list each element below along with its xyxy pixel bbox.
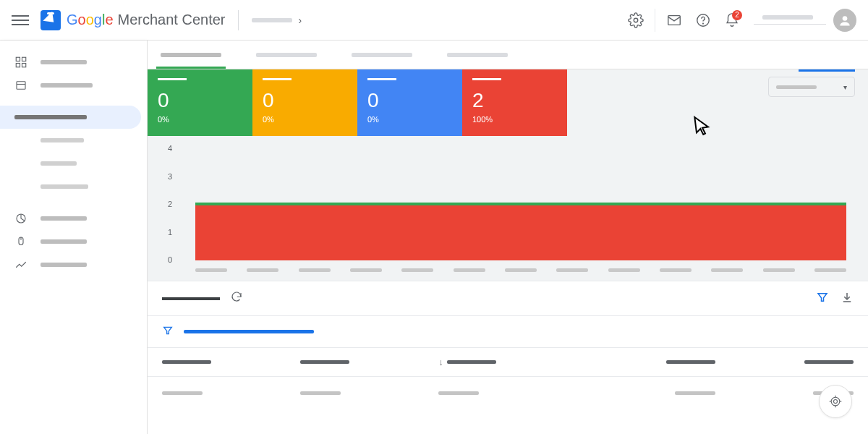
refresh-icon[interactable]	[230, 291, 243, 306]
arrow-down-icon: ↓	[438, 357, 443, 367]
svg-rect-1	[668, 15, 681, 25]
status-panel: 0 0% 0 0% 0 0% 2 100%	[148, 69, 868, 281]
sidebar-item-growth[interactable]	[0, 207, 147, 230]
filter-chip-row	[148, 316, 868, 348]
divider	[655, 9, 655, 32]
sidebar-subitem[interactable]	[0, 152, 147, 175]
sidebar-item-performance[interactable]	[0, 253, 147, 276]
sidebar-item-label	[14, 115, 87, 119]
tab-item[interactable]	[352, 41, 412, 69]
tile-count: 0	[263, 90, 347, 111]
cursor-icon	[691, 114, 714, 137]
table-column[interactable]	[577, 360, 715, 364]
google-logo: Google	[67, 12, 114, 28]
app-header: Google Merchant Center › 2	[0, 0, 868, 41]
main-content: 0 0% 0 0% 0 0% 2 100%	[148, 41, 868, 434]
svg-rect-5	[16, 57, 20, 61]
list-icon	[14, 79, 27, 92]
svg-rect-9	[17, 82, 25, 90]
feedback-fab[interactable]	[819, 385, 852, 418]
tile-disapproved[interactable]: 2 100%	[462, 69, 567, 136]
table-cell	[300, 391, 438, 395]
sidebar-item-label	[41, 239, 87, 244]
tab-item[interactable]	[447, 41, 508, 69]
svg-rect-6	[22, 57, 26, 61]
table-row[interactable]	[148, 377, 868, 409]
sidebar-item-overview[interactable]	[0, 51, 147, 74]
sidebar-item-label	[41, 83, 93, 88]
svg-point-4	[843, 16, 848, 21]
chevron-down-icon: ▾	[843, 83, 847, 91]
issues-toolbar	[148, 281, 868, 316]
trend-icon	[14, 258, 27, 271]
table-cell	[577, 391, 715, 395]
sidebar-item-diagnostics[interactable]	[0, 106, 141, 129]
tile-count: 2	[472, 90, 557, 111]
svg-marker-16	[164, 327, 172, 333]
table-column[interactable]	[715, 360, 854, 364]
issues-table-header: ↓	[148, 348, 868, 377]
tile-percent: 0%	[367, 115, 452, 124]
sidebar-item-products[interactable]	[0, 74, 147, 97]
svg-marker-14	[818, 294, 827, 302]
notifications-icon[interactable]: 2	[718, 6, 746, 35]
table-column-sorted[interactable]: ↓	[438, 357, 576, 367]
divider	[238, 10, 239, 30]
tab-item[interactable]	[161, 41, 221, 69]
status-tiles: 0 0% 0 0% 0 0% 2 100%	[148, 69, 868, 136]
sidebar-item-label	[41, 263, 87, 267]
mouse-icon	[14, 235, 27, 248]
filter-icon[interactable]	[162, 325, 174, 339]
notification-badge: 2	[732, 10, 742, 20]
tile-percent: 100%	[472, 115, 557, 124]
tile-active[interactable]: 0 0%	[148, 69, 252, 136]
mail-icon[interactable]	[660, 6, 689, 35]
table-column[interactable]	[300, 360, 438, 364]
svg-rect-7	[16, 64, 20, 67]
tile-expiring[interactable]: 0 0%	[357, 69, 462, 136]
avatar[interactable]	[833, 9, 856, 32]
filter-chip[interactable]	[184, 330, 314, 333]
help-icon[interactable]	[689, 6, 718, 35]
sidebar-item-label	[41, 60, 87, 64]
tile-pending[interactable]: 0 0%	[252, 69, 357, 136]
breadcrumb[interactable]: ›	[252, 14, 302, 26]
sidebar	[0, 41, 148, 434]
sidebar-subitem[interactable]	[0, 175, 147, 198]
svg-point-17	[831, 397, 840, 406]
settings-icon[interactable]	[621, 6, 650, 35]
table-cell	[162, 391, 300, 395]
tile-count: 0	[367, 90, 452, 111]
sidebar-item-label	[41, 216, 87, 221]
svg-rect-8	[22, 64, 26, 67]
accent-line	[799, 69, 855, 72]
trend-chart: 01234	[148, 136, 868, 281]
svg-point-18	[834, 400, 838, 404]
tile-percent: 0%	[158, 115, 242, 124]
sidebar-item-label	[41, 161, 77, 166]
svg-point-0	[634, 18, 638, 22]
merchant-center-logo-icon	[41, 10, 61, 30]
filter-icon[interactable]	[816, 291, 829, 306]
tile-percent: 0%	[263, 115, 347, 124]
tabs	[148, 41, 868, 69]
tile-count: 0	[158, 90, 242, 111]
tab-item[interactable]	[256, 41, 317, 69]
sidebar-item-label	[41, 138, 84, 142]
table-column[interactable]	[162, 360, 300, 364]
table-cell	[438, 391, 576, 395]
menu-icon[interactable]	[12, 12, 29, 29]
download-icon[interactable]	[841, 291, 854, 306]
product-name: Merchant Center	[118, 12, 226, 28]
toolbar-title	[162, 297, 220, 300]
destination-select[interactable]: ▾	[768, 77, 855, 97]
svg-point-3	[703, 23, 704, 24]
pie-icon	[14, 212, 27, 225]
chevron-right-icon: ›	[298, 14, 302, 26]
dashboard-icon	[14, 56, 27, 69]
sidebar-item-label	[41, 184, 88, 189]
sidebar-item-marketing[interactable]	[0, 230, 147, 253]
sidebar-subitem[interactable]	[0, 129, 147, 152]
account-switcher[interactable]	[754, 15, 826, 25]
